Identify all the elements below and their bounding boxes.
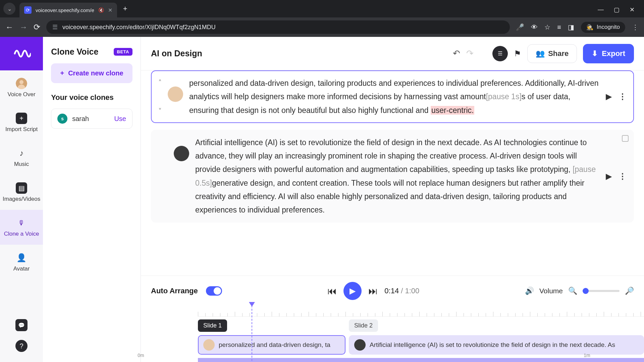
- beta-badge: BETA: [114, 48, 132, 56]
- create-clone-button[interactable]: + Create new clone: [51, 63, 132, 83]
- browser-menu-icon[interactable]: ⋮: [632, 23, 639, 31]
- block-text[interactable]: Artificial intelligence (AI) is set to r…: [195, 136, 600, 217]
- site-info-icon[interactable]: ☰: [52, 23, 58, 31]
- browser-tab-bar: ⌄ ⟳ voiceover.speechify.com/e 🔇 ✕ +: [0, 0, 644, 17]
- auto-arrange-label: Auto Arrange: [151, 287, 198, 295]
- download-icon: ⬇: [592, 49, 598, 58]
- timeline-section: Auto Arrange ⏮ ▶ ⏭ 0:14 / 1:00 🔊 Volume …: [141, 276, 644, 362]
- auto-arrange-toggle[interactable]: [206, 286, 222, 296]
- timeline-track[interactable]: 0m 1m Slide 1 Slide 2 personalized and d…: [141, 307, 644, 362]
- time-marker-0m: 0m: [138, 353, 144, 358]
- plus-icon: +: [60, 69, 64, 77]
- timeline-clip-1[interactable]: personalized and data-driven design, ta: [198, 335, 345, 355]
- timeline-clip-2[interactable]: Artificial intelligence (AI) is set to r…: [349, 335, 644, 355]
- time-marker-1m: 1m: [584, 353, 590, 358]
- tab-favicon: ⟳: [24, 6, 32, 14]
- tab-mute-icon[interactable]: 🔇: [98, 7, 104, 13]
- pause-tag[interactable]: [pause 1s]: [486, 92, 522, 101]
- block-text[interactable]: personalized and data-driven design, tai…: [189, 76, 600, 117]
- slide-2-label[interactable]: Slide 2: [349, 319, 378, 332]
- person-icon: 👤: [16, 252, 27, 263]
- export-button[interactable]: ⬇ Export: [583, 44, 634, 63]
- eye-off-icon[interactable]: 👁: [531, 23, 538, 31]
- slide-1-label[interactable]: Slide 1: [198, 319, 227, 332]
- document-title[interactable]: AI on Design: [151, 49, 447, 58]
- tab-search-dropdown[interactable]: ⌄: [3, 3, 15, 15]
- reading-list-icon[interactable]: ≡: [557, 23, 561, 31]
- share-icon: 👥: [536, 49, 545, 58]
- clone-avatar: s: [57, 114, 67, 124]
- move-down-icon[interactable]: ˅: [158, 107, 162, 115]
- new-tab-button[interactable]: +: [123, 4, 127, 13]
- bookmark-icon[interactable]: ☆: [544, 23, 550, 31]
- playhead[interactable]: [252, 305, 252, 362]
- play-block-icon[interactable]: ▶: [606, 92, 612, 101]
- block-checkbox[interactable]: [622, 135, 629, 142]
- browser-address-bar: ← → ⟳ ☰ voiceover.speechify.com/editor/X…: [0, 17, 644, 37]
- tab-close-icon[interactable]: ✕: [108, 7, 112, 13]
- voice-avatar-icon: [16, 78, 27, 89]
- redo-button: ↷: [466, 48, 474, 59]
- clip-avatar: [203, 339, 215, 351]
- browser-tab[interactable]: ⟳ voiceover.speechify.com/e 🔇 ✕: [19, 3, 117, 17]
- script-block-2[interactable]: Artificial intelligence (AI) is set to r…: [151, 130, 634, 223]
- url-input[interactable]: ☰ voiceover.speechify.com/editor/XIjlDNq…: [46, 20, 510, 34]
- image-icon: ▤: [16, 182, 27, 194]
- script-block-1[interactable]: ˄ ˅ personalized and data-driven design,…: [151, 70, 634, 123]
- clip-avatar: [354, 339, 366, 351]
- rail-voice-over[interactable]: Voice Over: [0, 70, 43, 105]
- rail-label: Clone a Voice: [4, 231, 39, 237]
- back-button[interactable]: ←: [5, 22, 13, 32]
- zoom-out-icon[interactable]: 🔍: [568, 287, 577, 295]
- clone-list-item[interactable]: s sarah Use: [51, 109, 132, 129]
- main-area: AI on Design ↶ ↷ ☰ ⚑ 👥 Share ⬇ Export ˄ …: [141, 37, 644, 362]
- move-up-icon[interactable]: ˄: [158, 78, 162, 86]
- rail-images-videos[interactable]: ▤ Images/Videos: [0, 175, 43, 210]
- sidepanel-icon[interactable]: ◨: [568, 23, 574, 31]
- highlighted-text: user-centric.: [431, 106, 475, 115]
- voice-search-icon[interactable]: 🎤: [516, 23, 524, 31]
- help-button[interactable]: ?: [15, 340, 28, 352]
- block-menu-icon[interactable]: ⋮: [619, 92, 627, 101]
- rail-label: Avatar: [13, 265, 30, 272]
- speaker-avatar[interactable]: [168, 86, 183, 102]
- timeline-scrollbar[interactable]: [198, 358, 644, 362]
- block-menu-icon[interactable]: ⋮: [619, 172, 627, 181]
- forward-button[interactable]: →: [19, 22, 28, 32]
- url-text: voiceover.speechify.com/editor/XIjlDNq0W…: [62, 24, 216, 31]
- rail-label: Music: [14, 161, 29, 168]
- main-header: AI on Design ↶ ↷ ☰ ⚑ 👥 Share ⬇ Export: [141, 37, 644, 70]
- script-content: ˄ ˅ personalized and data-driven design,…: [141, 70, 644, 276]
- window-maximize[interactable]: ▢: [614, 6, 620, 13]
- play-button[interactable]: ▶: [343, 282, 362, 300]
- clone-voice-panel: Clone Voice BETA + Create new clone Your…: [43, 37, 141, 362]
- timeline-ruler[interactable]: [198, 307, 644, 317]
- volume-icon[interactable]: 🔊: [525, 287, 534, 295]
- clip-text: personalized and data-driven design, ta: [219, 341, 330, 349]
- rail-import-script[interactable]: + Import Script: [0, 105, 43, 140]
- incognito-icon: 🕵: [586, 24, 593, 31]
- rail-label: Import Script: [5, 126, 38, 133]
- app-logo[interactable]: [0, 37, 43, 70]
- zoom-in-icon[interactable]: 🔎: [625, 287, 634, 295]
- speaker-avatar[interactable]: [174, 146, 189, 161]
- feedback-button[interactable]: 💬: [15, 319, 28, 331]
- use-clone-button[interactable]: Use: [114, 115, 126, 123]
- zoom-slider[interactable]: [583, 290, 620, 292]
- view-toggle-circle[interactable]: ☰: [492, 46, 508, 61]
- prev-button[interactable]: ⏮: [327, 286, 337, 297]
- clone-name: sarah: [72, 115, 89, 123]
- next-button[interactable]: ⏭: [368, 286, 378, 297]
- undo-button[interactable]: ↶: [453, 48, 460, 59]
- window-close[interactable]: ✕: [630, 6, 635, 13]
- rail-music[interactable]: ♪ Music: [0, 140, 43, 175]
- view-toggle-flag[interactable]: ⚑: [514, 49, 521, 58]
- reload-button[interactable]: ⟳: [34, 22, 40, 32]
- incognito-badge[interactable]: 🕵 Incognito: [581, 22, 625, 33]
- music-note-icon: ♪: [16, 147, 27, 159]
- rail-clone-voice[interactable]: 🎙 Clone a Voice: [0, 210, 43, 245]
- rail-avatar[interactable]: 👤 Avatar: [0, 245, 43, 280]
- play-block-icon[interactable]: ▶: [606, 172, 612, 181]
- share-button[interactable]: 👥 Share: [527, 44, 577, 63]
- window-minimize[interactable]: —: [598, 6, 604, 13]
